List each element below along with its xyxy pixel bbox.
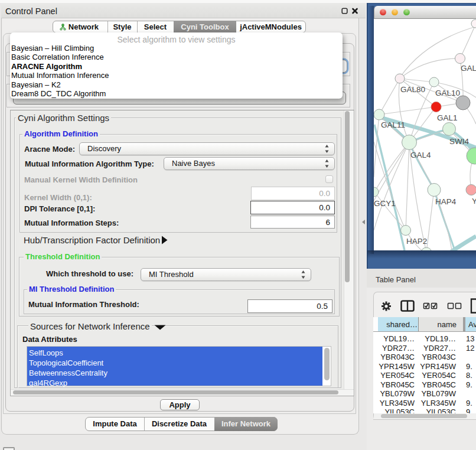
- svg-text:GAL11: GAL11: [381, 120, 405, 129]
- svg-text:YPL: YPL: [472, 197, 476, 206]
- svg-text:GAL2: GAL2: [461, 64, 476, 73]
- svg-text:GAL4: GAL4: [410, 151, 431, 159]
- svg-text:SWI4: SWI4: [449, 137, 469, 146]
- svg-text:GAL10: GAL10: [435, 89, 460, 97]
- svg-text:GAL1: GAL1: [437, 113, 458, 122]
- svg-text:HAP4: HAP4: [435, 197, 457, 206]
- svg-text:GCY1: GCY1: [374, 199, 396, 208]
- svg-text:HAP2: HAP2: [406, 237, 427, 246]
- svg-text:GAL80: GAL80: [400, 85, 425, 94]
